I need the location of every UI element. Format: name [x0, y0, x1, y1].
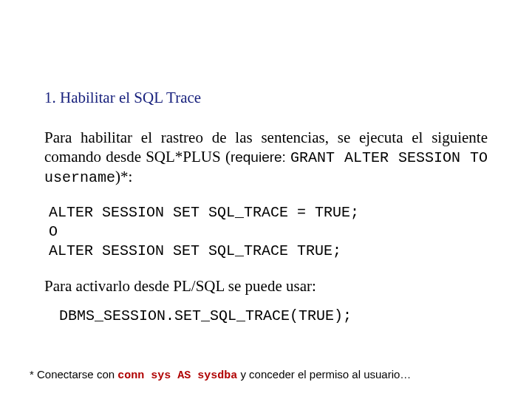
intro-paragraph: Para habilitar el rastreo de las sentenc…	[44, 128, 488, 187]
section-heading: 1. Habilitar el SQL Trace	[44, 89, 488, 107]
footnote-text-b: y conceder el permiso al usuario…	[237, 368, 411, 381]
code1-line3: ALTER SESSION SET SQL_TRACE TRUE;	[49, 242, 341, 259]
footnote-command: conn sys AS sysdba	[117, 369, 237, 382]
footnote-text-a: * Conectarse con	[30, 368, 117, 381]
code1-line2: O	[49, 223, 58, 240]
code-block-1: ALTER SESSION SET SQL_TRACE = TRUE; O AL…	[49, 203, 488, 261]
plsql-paragraph: Para activarlo desde PL/SQL se puede usa…	[44, 277, 488, 296]
code-block-2: DBMS_SESSION.SET_SQL_TRACE(TRUE);	[59, 307, 488, 324]
intro-text-b: )*:	[115, 168, 132, 185]
intro-requiere: requiere:	[231, 149, 290, 165]
footnote: * Conectarse con conn sys AS sysdba y co…	[30, 368, 517, 382]
code1-line1: ALTER SESSION SET SQL_TRACE = TRUE;	[49, 204, 359, 221]
